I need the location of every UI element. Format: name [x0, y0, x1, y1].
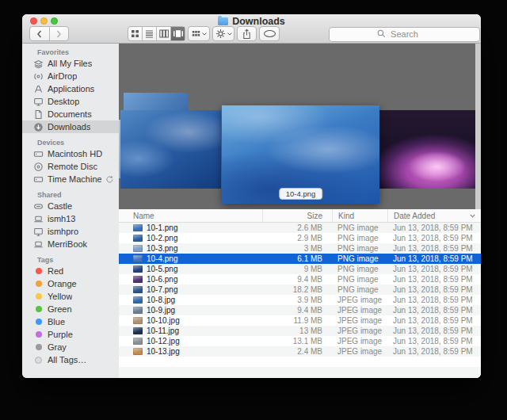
sidebar-item-applications[interactable]: Applications	[22, 82, 119, 95]
file-row-10-7.png[interactable]: 10-7.png18.2 MBPNG imageJun 13, 2018, 8:…	[119, 284, 481, 295]
file-thumbnail-icon	[133, 317, 143, 324]
sidebar-item-green[interactable]: Green	[22, 303, 119, 315]
sidebar-item-merribook[interactable]: MerriBook	[22, 238, 119, 250]
screenshot-backdrop: Downloads	[0, 0, 507, 420]
sidebar-section-title: Favorites	[22, 48, 119, 57]
file-row-10-3.png[interactable]: 10-3.png3 MBPNG imageJun 13, 2018, 8:59 …	[119, 243, 481, 254]
file-size: 13.1 MB	[262, 337, 332, 346]
sidebar-item-label: Red	[48, 266, 63, 276]
file-size: 9.4 MB	[262, 306, 332, 315]
back-button[interactable]	[30, 27, 50, 40]
icon-view-button[interactable]	[128, 27, 143, 40]
action-menu-button[interactable]	[212, 26, 234, 41]
internal-drive-icon	[33, 149, 44, 159]
file-name: 10-9.jpg	[147, 306, 175, 315]
sidebar-item-label: Blue	[48, 317, 65, 326]
sidebar-item-documents[interactable]: Documents	[22, 108, 119, 120]
column-view-button[interactable]	[157, 27, 171, 40]
arrange-menu-button[interactable]	[188, 26, 210, 41]
coverflow-area: 10-4.png	[119, 44, 481, 209]
file-size: 6.1 MB	[262, 254, 332, 263]
file-row-10-6.png[interactable]: 10-6.png9.4 MBPNG imageJun 13, 2018, 8:5…	[119, 274, 481, 284]
file-date-added: Jun 13, 2018, 8:59 PM	[387, 296, 481, 304]
file-row-10-8.jpg[interactable]: 10-8.jpg3.9 MBJPEG imageJun 13, 2018, 8:…	[119, 295, 481, 305]
file-kind: JPEG image	[332, 337, 387, 346]
file-kind: PNG image	[332, 223, 387, 232]
sidebar-item-label: Macintosh HD	[48, 149, 102, 158]
sidebar-item-purple[interactable]: Purple	[22, 328, 119, 341]
sidebar-item-ismh13[interactable]: ismh13	[22, 212, 119, 225]
column-header-name[interactable]: Name	[119, 209, 262, 222]
laptop-icon	[33, 214, 44, 224]
finder-window: Downloads	[22, 14, 481, 378]
sidebar-item-ismhpro[interactable]: ismhpro	[22, 225, 119, 238]
list-view-button[interactable]	[143, 27, 157, 40]
history-buttons	[29, 26, 69, 41]
sidebar-item-downloads[interactable]: Downloads	[22, 120, 119, 133]
chevron-down-icon	[227, 32, 232, 36]
forward-button[interactable]	[50, 27, 69, 40]
file-name: 10-4.png	[147, 254, 177, 263]
sidebar-item-blue[interactable]: Blue	[22, 315, 119, 328]
gear-icon	[215, 29, 226, 39]
desktop-icon	[33, 97, 44, 107]
sidebar-item-gray[interactable]: Gray	[22, 341, 119, 353]
file-date-added: Jun 13, 2018, 8:59 PM	[387, 285, 481, 294]
column-header-size[interactable]: Size	[262, 209, 332, 222]
sidebar-item-all-tags[interactable]: All Tags…	[22, 353, 119, 366]
list-header: Name Size Kind Date Added	[119, 209, 481, 223]
file-kind: JPEG image	[332, 306, 387, 315]
coverflow-scrollbar[interactable]	[475, 44, 481, 209]
file-thumbnail-icon	[133, 265, 143, 273]
sidebar-item-desktop[interactable]: Desktop	[22, 95, 119, 108]
file-name-cell: 10-5.png	[119, 265, 262, 273]
file-row-10-12.jpg[interactable]: 10-12.jpg13.1 MBJPEG imageJun 13, 2018, …	[119, 336, 481, 346]
file-name-cell: 10-1.png	[119, 223, 262, 232]
file-kind: PNG image	[332, 254, 387, 263]
sidebar-item-all-my-files[interactable]: All My Files	[22, 57, 119, 70]
file-date-added: Jun 13, 2018, 8:59 PM	[387, 337, 481, 346]
sidebar-item-orange[interactable]: Orange	[22, 277, 119, 290]
chevron-down-icon	[202, 32, 207, 36]
column-header-kind[interactable]: Kind	[332, 209, 387, 222]
sidebar-item-label: Applications	[48, 84, 94, 94]
file-thumbnail-icon	[133, 245, 143, 252]
coverflow-item-previous[interactable]	[120, 110, 221, 189]
coverflow-item-next[interactable]	[379, 110, 478, 189]
empty-row	[119, 357, 481, 367]
sidebar-item-castle[interactable]: Castle	[22, 200, 119, 212]
tag-color-dot	[36, 319, 42, 325]
file-row-10-11.jpg[interactable]: 10-11.jpg13 MBJPEG imageJun 13, 2018, 8:…	[119, 326, 481, 336]
sidebar-item-remote-disc[interactable]: Remote Disc	[22, 160, 119, 173]
tags-button[interactable]	[259, 26, 280, 41]
toolbar	[22, 26, 481, 42]
sidebar-item-label: All Tags…	[48, 355, 86, 365]
sidebar-item-time-machine[interactable]: Time Machine	[22, 173, 119, 185]
file-row-10-4.png[interactable]: 10-4.png6.1 MBPNG imageJun 13, 2018, 8:5…	[119, 254, 481, 264]
sidebar-item-macintosh-hd[interactable]: Macintosh HD	[22, 147, 119, 160]
column-header-date-added[interactable]: Date Added	[387, 209, 481, 222]
file-kind: JPEG image	[332, 347, 387, 356]
coverflow-item-selected[interactable]: 10-4.png	[222, 105, 379, 204]
sidebar-item-label: Castle	[48, 201, 72, 211]
file-row-10-10.jpg[interactable]: 10-10.jpg11.9 MBJPEG imageJun 13, 2018, …	[119, 315, 481, 326]
file-row-10-2.png[interactable]: 10-2.png2.9 MBPNG imageJun 13, 2018, 8:5…	[119, 233, 481, 243]
search-input[interactable]	[329, 27, 480, 42]
file-name: 10-10.jpg	[147, 316, 180, 325]
sync-icon[interactable]	[105, 175, 114, 184]
sidebar-item-label: Desktop	[48, 97, 79, 106]
file-row-10-9.jpg[interactable]: 10-9.jpg9.4 MBJPEG imageJun 13, 2018, 8:…	[119, 305, 481, 315]
file-row-10-5.png[interactable]: 10-5.png9 MBPNG imageJun 13, 2018, 8:59 …	[119, 264, 481, 274]
sidebar-item-airdrop[interactable]: AirDrop	[22, 70, 119, 82]
sidebar-item-yellow[interactable]: Yellow	[22, 290, 119, 303]
all-tags-icon	[33, 355, 44, 365]
sidebar-item-red[interactable]: Red	[22, 265, 119, 277]
coverflow-item-behind-left[interactable]	[124, 93, 188, 110]
file-date-added: Jun 13, 2018, 8:59 PM	[387, 306, 481, 315]
file-thumbnail-icon	[133, 255, 143, 262]
file-row-10-13.jpg[interactable]: 10-13.jpg2.4 MBJPEG imageJun 13, 2018, 8…	[119, 346, 481, 357]
all-my-files-icon	[33, 59, 44, 69]
coverflow-view-button[interactable]	[171, 27, 185, 40]
file-row-10-1.png[interactable]: 10-1.png2.6 MBPNG imageJun 13, 2018, 8:5…	[119, 223, 481, 233]
share-button[interactable]	[237, 26, 257, 41]
